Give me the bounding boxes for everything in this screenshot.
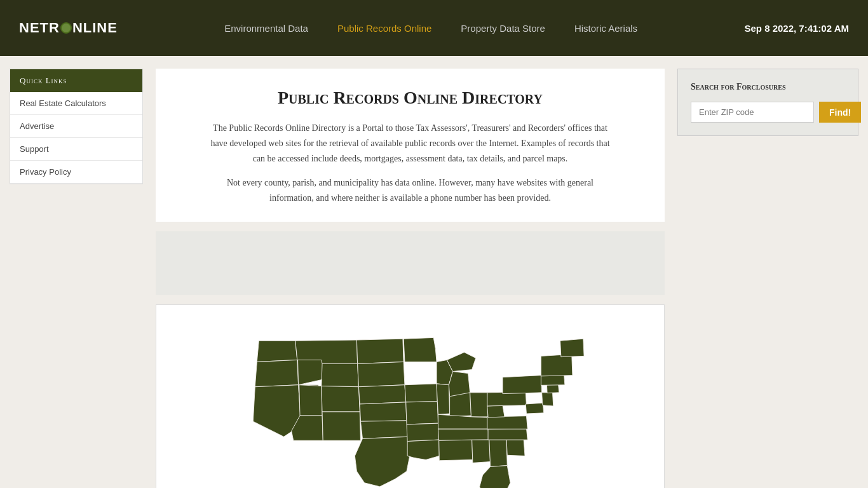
sidebar-item-privacy-policy[interactable]: Privacy Policy bbox=[10, 161, 142, 184]
foreclosure-search-title: Search for Forclosures bbox=[691, 82, 845, 92]
state-sd[interactable] bbox=[357, 362, 404, 386]
foreclosure-search-box: Search for Forclosures Find! bbox=[677, 69, 858, 136]
state-mo[interactable] bbox=[405, 402, 438, 424]
state-co[interactable] bbox=[321, 386, 359, 412]
nav-environmental-data[interactable]: Environmental Data bbox=[213, 23, 320, 34]
find-button[interactable]: Find! bbox=[819, 102, 861, 123]
map-section bbox=[156, 304, 665, 488]
main-content: Public Records Online Directory The Publ… bbox=[156, 69, 665, 488]
state-in[interactable] bbox=[449, 393, 471, 417]
state-tn[interactable] bbox=[438, 429, 489, 440]
state-mi-upper[interactable] bbox=[447, 352, 475, 371]
sidebar-item-support[interactable]: Support bbox=[10, 138, 142, 161]
zip-search-row: Find! bbox=[691, 102, 845, 123]
ad-banner bbox=[156, 231, 665, 295]
right-sidebar: Search for Forclosures Find! bbox=[677, 69, 858, 136]
state-wa[interactable] bbox=[257, 341, 297, 362]
state-wv[interactable] bbox=[487, 405, 504, 417]
state-pa[interactable] bbox=[487, 392, 526, 406]
description-paragraph-2: Not every county, parish, and municipali… bbox=[207, 175, 614, 206]
nav-public-records[interactable]: Public Records Online bbox=[326, 23, 443, 34]
datetime-display: Sep 8 2022, 7:41:02 AM bbox=[744, 23, 849, 34]
nav-property-data[interactable]: Property Data Store bbox=[449, 23, 557, 34]
state-ks[interactable] bbox=[360, 402, 407, 421]
main-nav: Environmental Data Public Records Online… bbox=[213, 23, 649, 34]
state-nd[interactable] bbox=[356, 339, 403, 363]
state-tx[interactable] bbox=[355, 437, 410, 487]
sidebar-item-advertise[interactable]: Advertise bbox=[10, 115, 142, 138]
intro-section: Public Records Online Directory The Publ… bbox=[156, 69, 665, 222]
nav-historic-aerials[interactable]: Historic Aerials bbox=[563, 23, 649, 34]
state-ny[interactable] bbox=[503, 376, 542, 394]
us-map-svg bbox=[226, 318, 595, 488]
state-sc[interactable] bbox=[506, 440, 525, 456]
site-header: NETRNLINE Environmental Data Public Reco… bbox=[0, 0, 868, 56]
state-al[interactable] bbox=[471, 440, 490, 463]
state-ia[interactable] bbox=[404, 384, 437, 402]
state-ar[interactable] bbox=[406, 423, 438, 441]
us-map[interactable] bbox=[226, 318, 595, 488]
logo[interactable]: NETRNLINE bbox=[19, 20, 118, 36]
sidebar-item-real-estate-calc[interactable]: Real Estate Calculators bbox=[10, 92, 142, 115]
page-title: Public Records Online Directory bbox=[181, 88, 639, 108]
state-fl[interactable] bbox=[479, 466, 510, 488]
sidebar-title: Quick Links bbox=[10, 69, 142, 92]
state-ga[interactable] bbox=[489, 440, 506, 466]
state-nc[interactable] bbox=[488, 428, 527, 440]
state-va[interactable] bbox=[487, 416, 527, 430]
left-sidebar: Quick Links Real Estate Calculators Adve… bbox=[10, 69, 143, 184]
state-mn[interactable] bbox=[403, 337, 437, 362]
state-la[interactable] bbox=[407, 440, 439, 459]
description-paragraph-1: The Public Records Online Directory is a… bbox=[207, 121, 614, 166]
logo-globe-icon bbox=[60, 22, 72, 34]
state-mt[interactable] bbox=[295, 340, 357, 363]
state-ut[interactable] bbox=[299, 385, 322, 416]
state-ct[interactable] bbox=[546, 384, 559, 393]
state-wy[interactable] bbox=[321, 363, 358, 386]
state-md[interactable] bbox=[526, 403, 543, 414]
logo-area[interactable]: NETRNLINE bbox=[19, 20, 118, 36]
state-ok[interactable] bbox=[360, 421, 409, 438]
state-vt-nh[interactable] bbox=[541, 354, 573, 376]
state-ne[interactable] bbox=[358, 385, 405, 404]
state-or[interactable] bbox=[255, 360, 298, 386]
state-me[interactable] bbox=[560, 339, 583, 356]
main-layout: Quick Links Real Estate Calculators Adve… bbox=[0, 56, 868, 488]
state-nj[interactable] bbox=[541, 393, 553, 406]
zip-code-input[interactable] bbox=[691, 102, 814, 123]
state-nm[interactable] bbox=[322, 412, 360, 440]
state-il[interactable] bbox=[437, 384, 450, 414]
state-oh[interactable] bbox=[470, 393, 487, 417]
state-ms[interactable] bbox=[438, 440, 472, 461]
